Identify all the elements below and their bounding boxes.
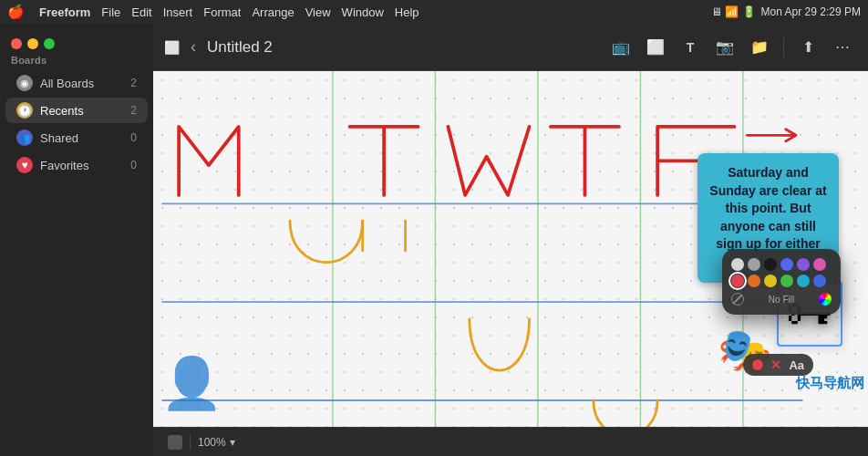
color-blue1[interactable] (780, 258, 793, 271)
boards-section-label: Boards (0, 49, 153, 69)
menu-insert[interactable]: Insert (163, 5, 193, 19)
shared-icon: 👥 (16, 130, 33, 146)
canvas-area: ⬜ ‹ Untitled 2 📺 ⬜ T 📷 📁 ⬆ ⋯ (153, 24, 868, 456)
shared-label: Shared (40, 131, 115, 145)
no-fill-row: No Fill (731, 293, 832, 306)
color-yellow[interactable] (764, 275, 777, 287)
color-red[interactable] (731, 275, 744, 287)
color-grid (731, 258, 832, 287)
bottom-bar: 100% ▾ (153, 427, 868, 456)
mini-toolbar: ✕ Aa (743, 354, 813, 376)
color-green[interactable] (780, 275, 793, 287)
menu-format[interactable]: Format (203, 5, 241, 19)
camera-icon[interactable]: 📷 (710, 35, 739, 60)
all-boards-icon: ◉ (16, 75, 33, 91)
apple-menu[interactable]: 🍎 (7, 4, 25, 20)
color-empty3 (830, 275, 842, 287)
color-spectrum-button[interactable] (819, 293, 832, 306)
shared-count: 0 (122, 131, 137, 144)
color-empty4 (846, 275, 859, 287)
minimize-button[interactable] (27, 38, 38, 49)
color-pink1[interactable] (813, 258, 826, 271)
sidebar-item-shared[interactable]: 👥 Shared 0 (5, 125, 148, 150)
traffic-lights (0, 31, 146, 49)
mini-strikethrough-icon[interactable]: ✕ (770, 358, 781, 372)
more-icon[interactable]: ⋯ (828, 35, 857, 60)
favorites-icon: ♥ (16, 157, 33, 173)
mini-dot-color[interactable] (752, 359, 763, 370)
sidebar-toggle-icon[interactable]: ⬜ (164, 40, 180, 55)
color-picker-popup[interactable]: No Fill (722, 249, 841, 315)
menubar-right: 🖥 📶 🔋 Mon Apr 29 2:29 PM (711, 5, 861, 18)
color-purple1[interactable] (797, 258, 810, 271)
recents-icon: 🕐 (16, 102, 33, 119)
menu-help[interactable]: Help (395, 5, 419, 19)
color-empty1 (830, 258, 842, 271)
toolbar: ⬜ ‹ Untitled 2 📺 ⬜ T 📷 📁 ⬆ ⋯ (153, 24, 868, 71)
back-button[interactable]: ‹ (191, 37, 196, 57)
media-icon[interactable]: 📺 (606, 35, 636, 60)
document-title: Untitled 2 (207, 38, 273, 57)
menubar: 🍎 Freeform File Edit Insert Format Arran… (0, 0, 868, 24)
folder-icon[interactable]: 📁 (745, 35, 774, 60)
color-blue2[interactable] (813, 275, 826, 287)
mini-text-icon[interactable]: Aa (789, 358, 804, 372)
zoom-level: 100% (198, 436, 226, 449)
all-boards-label: All Boards (40, 77, 115, 90)
app-name[interactable]: Freeform (39, 5, 90, 19)
menu-window[interactable]: Window (342, 5, 384, 19)
recents-count: 2 (122, 104, 137, 117)
color-white[interactable] (731, 258, 744, 271)
sidebar: Boards ◉ All Boards 2 🕐 Recents 2 👥 Shar… (0, 24, 153, 456)
no-fill-icon[interactable] (731, 293, 744, 306)
system-time: Mon Apr 29 2:29 PM (761, 5, 861, 18)
toolbar-right-icons: 📺 ⬜ T 📷 📁 ⬆ ⋯ (606, 35, 857, 60)
close-button[interactable] (11, 38, 22, 49)
grid-view-icon[interactable] (168, 435, 182, 450)
menu-view[interactable]: View (305, 5, 331, 19)
app-body: Boards ◉ All Boards 2 🕐 Recents 2 👥 Shar… (0, 24, 868, 456)
recents-label: Recents (40, 104, 115, 118)
no-fill-label: No Fill (748, 295, 815, 305)
sidebar-item-all-boards[interactable]: ◉ All Boards 2 (5, 70, 148, 96)
favorites-count: 0 (122, 159, 137, 171)
color-teal[interactable] (797, 275, 810, 287)
menubar-icons: 🖥 📶 🔋 (711, 5, 756, 18)
sidebar-item-recents[interactable]: 🕐 Recents 2 (5, 98, 148, 123)
all-boards-count: 2 (122, 77, 137, 89)
menu-file[interactable]: File (101, 5, 120, 19)
toolbar-divider (783, 37, 784, 57)
sidebar-item-favorites[interactable]: ♥ Favorites 0 (5, 152, 148, 178)
zoom-arrow: ▾ (230, 436, 235, 449)
color-black[interactable] (764, 258, 777, 271)
freeform-canvas[interactable]: Saturday and Sunday are clear at this po… (153, 71, 868, 427)
shape-icon[interactable]: ⬜ (641, 35, 670, 60)
color-empty2 (846, 258, 859, 271)
fullscreen-button[interactable] (44, 38, 55, 49)
menu-arrange[interactable]: Arrange (252, 5, 294, 19)
zoom-control[interactable]: 100% ▾ (198, 436, 235, 449)
menu-edit[interactable]: Edit (131, 5, 151, 19)
color-lightgray[interactable] (748, 258, 760, 271)
color-orange[interactable] (748, 275, 760, 287)
clipart-person: 👤 (160, 354, 223, 413)
favorites-label: Favorites (40, 159, 115, 172)
bottom-divider (190, 435, 191, 450)
share-icon[interactable]: ⬆ (793, 35, 822, 60)
text-icon[interactable]: T (676, 35, 705, 60)
